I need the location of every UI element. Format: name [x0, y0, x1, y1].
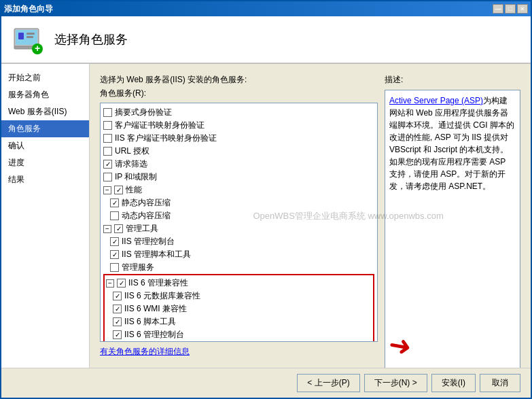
wizard-icon: + — [12, 23, 44, 56]
list-item[interactable]: 摘要式身份验证 — [103, 106, 374, 119]
minimize-button[interactable]: — — [493, 4, 503, 14]
label-ip-domain: IP 和域限制 — [115, 171, 157, 183]
label-request-filter: 请求筛选 — [115, 158, 147, 170]
checkbox-dynamic-compress[interactable] — [110, 211, 119, 220]
label-iis6-script: IIS 6 脚本工具 — [124, 316, 176, 328]
footer: < 上一步(P) 下一步(N) > 安装(I) 取消 — [1, 368, 531, 398]
checkbox-ip-domain[interactable] — [103, 173, 112, 181]
label-iis6-console: IIS 6 管理控制台 — [124, 329, 184, 341]
close-button[interactable]: × — [517, 4, 528, 14]
label-static-compress: 静态内容压缩 — [122, 197, 171, 209]
checkbox-iis-mgmt-scripts[interactable] — [110, 250, 119, 259]
checkbox-client-cert[interactable] — [103, 121, 112, 130]
highlight-iis6-group: − IIS 6 管理兼容性 IIS 6 元数据库兼容性 IIS 6 WMI 兼容… — [103, 274, 374, 342]
sidebar: 开始之前 服务器角色 Web 服务器(IIS) 角色服务 确认 进度 结果 — [1, 64, 90, 368]
label-digest-auth: 摘要式身份验证 — [115, 107, 172, 118]
group-toggle-mgmt[interactable]: − — [103, 225, 111, 233]
checkbox-iis6-wmi[interactable] — [113, 305, 122, 313]
install-button[interactable]: 安装(I) — [431, 374, 476, 392]
list-item[interactable]: IIS 6 管理控制台 — [113, 328, 372, 341]
svg-rect-4 — [26, 36, 33, 38]
list-item[interactable]: IIS 6 WMI 兼容性 — [113, 302, 372, 315]
list-item[interactable]: URL 授权 — [103, 145, 374, 158]
main-window: 添加角色向导 — □ × + 选择角 — [0, 0, 532, 399]
sidebar-item-start[interactable]: 开始之前 — [1, 69, 89, 86]
checkbox-iis6-script[interactable] — [113, 317, 122, 326]
sidebar-item-server-roles[interactable]: 服务器角色 — [1, 86, 89, 103]
list-item[interactable]: − IIS 6 管理兼容性 — [106, 277, 372, 290]
description-title: 选择为 Web 服务器(IIS) 安装的角色服务: — [100, 74, 378, 86]
active-server-page-link[interactable]: Active Server Page (ASP) — [389, 96, 483, 105]
sidebar-item-web-server[interactable]: Web 服务器(IIS) — [1, 103, 89, 120]
list-item[interactable]: 静态内容压缩 — [110, 196, 374, 209]
roles-label: 角色服务(R): — [100, 88, 378, 99]
list-item[interactable]: IIS 管理脚本和工具 — [110, 248, 374, 261]
list-item[interactable]: 管理服务 — [110, 261, 374, 274]
label-perf: 性能 — [126, 184, 142, 196]
list-item[interactable]: 动态内容压缩 — [110, 209, 374, 222]
checkbox-iis-cert[interactable] — [103, 134, 112, 143]
checkbox-request-filter[interactable] — [103, 160, 112, 169]
role-services-link[interactable]: 有关角色服务的详细信息 — [100, 347, 190, 356]
title-bar-text: 添加角色向导 — [4, 3, 53, 15]
sidebar-item-role-services[interactable]: 角色服务 — [1, 120, 89, 137]
checkbox-digest-auth[interactable] — [103, 108, 112, 117]
svg-rect-3 — [26, 33, 35, 35]
checkbox-iis6-compat[interactable] — [117, 279, 126, 288]
checkbox-iis-mgmt-console[interactable] — [110, 237, 119, 246]
list-item[interactable]: IIS 管理控制台 — [110, 235, 374, 248]
list-item[interactable]: IP 和域限制 — [103, 171, 374, 184]
label-iis6-meta: IIS 6 元数据库兼容性 — [124, 290, 200, 302]
description-heading: 描述: — [385, 74, 520, 86]
description-text: 为构建网站和 Web 应用程序提供服务器端脚本环境。通过提供 CGI 脚本的改进… — [389, 96, 514, 191]
checkbox-url-auth[interactable] — [103, 147, 112, 156]
group-toggle-iis6[interactable]: − — [106, 279, 114, 288]
label-url-auth: URL 授权 — [115, 145, 149, 157]
title-bar-buttons: — □ × — [493, 4, 528, 14]
right-panel: 描述: Active Server Page (ASP)为构建网站和 Web 应… — [385, 74, 520, 358]
list-item[interactable]: IIS 6 脚本工具 — [113, 315, 372, 328]
label-dynamic-compress: 动态内容压缩 — [122, 210, 171, 222]
cancel-button[interactable]: 取消 — [480, 374, 520, 392]
list-item[interactable]: IIS 客户端证书映射身份验证 — [103, 132, 374, 145]
label-iis6-wmi: IIS 6 WMI 兼容性 — [124, 303, 187, 315]
sidebar-item-confirm[interactable]: 确认 — [1, 137, 89, 154]
checkbox-perf[interactable] — [114, 186, 123, 194]
header: + 选择角色服务 — [1, 16, 531, 63]
list-item[interactable]: − 性能 — [103, 184, 374, 196]
checkbox-mgmt-service[interactable] — [110, 263, 119, 272]
next-button[interactable]: 下一步(N) > — [364, 374, 427, 392]
checkbox-static-compress[interactable] — [110, 198, 119, 207]
label-iis-mgmt-console: IIS 管理控制台 — [122, 236, 175, 247]
window-title: 添加角色向导 — [4, 3, 53, 15]
label-iis-mgmt-scripts: IIS 管理脚本和工具 — [122, 249, 191, 260]
svg-rect-2 — [18, 33, 24, 39]
back-button[interactable]: < 上一步(P) — [297, 374, 359, 392]
checkbox-iis6-meta[interactable] — [113, 292, 122, 300]
title-bar: 添加角色向导 — □ × — [1, 1, 531, 16]
main-layout: 开始之前 服务器角色 Web 服务器(IIS) 角色服务 确认 进度 结果 Op… — [1, 64, 531, 368]
label-mgmt: 管理工具 — [126, 223, 158, 235]
group-toggle-perf[interactable]: − — [103, 186, 111, 194]
sidebar-item-results[interactable]: 结果 — [1, 171, 89, 188]
svg-text:+: + — [35, 43, 40, 54]
header-section: + 选择角色服务 — [1, 16, 531, 64]
checkbox-mgmt[interactable] — [114, 224, 123, 233]
description-box: Active Server Page (ASP)为构建网站和 Web 应用程序提… — [385, 90, 520, 368]
label-client-cert: 客户端证书映射身份验证 — [115, 120, 205, 131]
page-title: 选择角色服务 — [54, 31, 128, 48]
maximize-button[interactable]: □ — [505, 4, 516, 14]
label-iis6-compat: IIS 6 管理兼容性 — [128, 277, 188, 289]
left-panel: 选择为 Web 服务器(IIS) 安装的角色服务: 角色服务(R): 摘要式身份… — [100, 74, 378, 358]
roles-list[interactable]: 摘要式身份验证 客户端证书映射身份验证 IIS 客户端证书映射身份验证 — [100, 103, 378, 342]
label-iis-cert: IIS 客户端证书映射身份验证 — [115, 133, 217, 144]
list-item[interactable]: 请求筛选 — [103, 158, 374, 171]
list-item[interactable]: 客户端证书映射身份验证 — [103, 119, 374, 132]
list-item[interactable]: IIS 6 元数据库兼容性 — [113, 290, 372, 302]
list-item[interactable]: − 管理工具 — [103, 222, 374, 235]
list-scroll-container: 摘要式身份验证 客户端证书映射身份验证 IIS 客户端证书映射身份验证 — [100, 103, 378, 342]
label-mgmt-service: 管理服务 — [122, 262, 154, 273]
sidebar-item-progress[interactable]: 进度 — [1, 154, 89, 171]
checkbox-iis6-console[interactable] — [113, 330, 122, 339]
main-content: OpenWBS管理企业电商系统 www.openwbs.com 选择为 Web … — [90, 64, 531, 368]
